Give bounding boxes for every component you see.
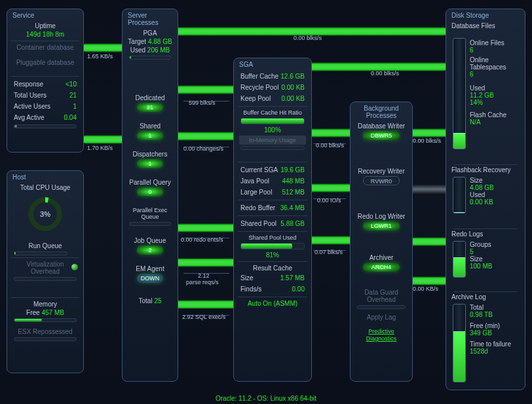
pga-label: PGA xyxy=(123,29,178,37)
response-value: <10 xyxy=(66,79,77,89)
pexec-label: Parallel Exec Queue xyxy=(123,206,178,221)
total-label: Total xyxy=(138,297,152,304)
shared-used-value: 81% xyxy=(234,251,311,259)
flow-label: 0.00 changes/s xyxy=(183,145,223,152)
dedicated-label: Dedicated xyxy=(123,94,178,102)
pexec-bar xyxy=(129,222,171,226)
archiver-label: Archiver xyxy=(351,253,412,262)
large-value: 512 MB xyxy=(282,187,305,197)
groups-value: 5 xyxy=(470,248,522,255)
keep-label: Keep Pool xyxy=(240,94,271,103)
em-value[interactable]: DOWN xyxy=(137,274,163,283)
archiver-value[interactable]: ARCH4 xyxy=(363,263,400,272)
rc-finds-value: 0.00 xyxy=(292,284,305,294)
dg-bar xyxy=(357,305,406,309)
jq-value[interactable]: 2 xyxy=(137,246,163,255)
rc-size-value: 1.57 MB xyxy=(280,273,305,283)
cpu-pct: 3% xyxy=(27,196,64,232)
large-label: Large Pool xyxy=(240,187,272,197)
used-value: 206 MB xyxy=(147,46,170,54)
redo-value[interactable]: LGWR1 xyxy=(363,221,400,230)
response-label: Response xyxy=(14,79,43,89)
flow-sga-bg-2 xyxy=(309,183,351,193)
pq-value[interactable]: 0 xyxy=(137,187,163,196)
fb-label: Flashback Recovery xyxy=(451,166,511,174)
flash-value: N/A xyxy=(470,119,522,126)
flow-label: 0.00 blks/s xyxy=(316,142,344,149)
target-label: Target xyxy=(128,38,146,45)
asmm-label: Auto On (ASMM) xyxy=(248,300,297,307)
active-users-value: 1 xyxy=(73,101,77,111)
cpu-donut[interactable]: 3% xyxy=(27,196,64,232)
flow-label: 1.65 KB/s xyxy=(87,53,113,60)
avg-active-bar xyxy=(14,124,77,128)
uptime-value: 149d 18h 8m xyxy=(26,31,64,38)
pga-bar xyxy=(129,56,171,60)
flow-bg-disk-3 xyxy=(410,237,448,246)
flow-label: parse reqs/s xyxy=(186,279,219,285)
memory-bar xyxy=(14,318,77,322)
hit-value: 100% xyxy=(234,126,311,134)
archive-tank[interactable] xyxy=(453,304,466,382)
fb-size-value: 4.08 GB xyxy=(470,184,522,191)
flow-server-sga-2 xyxy=(176,132,235,141)
flow-label: 0.00 IO/s xyxy=(317,197,341,204)
cpu-label: Total CPU Usage xyxy=(7,183,83,192)
uptime-label: Uptime xyxy=(35,22,56,29)
online-files-label: Online Files xyxy=(470,39,522,46)
flow-label: 0.07 blks/s xyxy=(314,249,343,255)
service-title: Service xyxy=(7,10,83,22)
current-sga-value: 19.6 GB xyxy=(280,165,305,175)
virt-bar xyxy=(14,277,77,281)
shared-label: Shared xyxy=(123,122,178,130)
online-ts-label: Online Tablespaces xyxy=(470,56,522,71)
total-value: 25 xyxy=(154,297,161,304)
disk-used-label: Used xyxy=(470,84,522,92)
sga-panel: SGA Buffer Cache12.6 GB Recycle Pool0.00… xyxy=(233,58,312,382)
apply-label: Apply Lag xyxy=(351,313,412,321)
total-users-label: Total Users xyxy=(14,90,47,100)
container-db-label: Container database xyxy=(7,43,83,52)
buffer-cache-label: Buffer Cache xyxy=(240,71,278,81)
flow-server-sga-5 xyxy=(176,300,235,309)
service-panel: Service Uptime 149d 18h 8m Container dat… xyxy=(7,9,84,153)
redo-buffer-value: 36.4 MB xyxy=(280,203,305,213)
inmem-label: In-Memory Usage xyxy=(239,136,306,145)
dispatchers-value[interactable]: 1 xyxy=(137,159,163,168)
shared-value[interactable]: 1 xyxy=(137,131,163,140)
fb-used-value: 0.00 KB xyxy=(470,198,522,206)
dbfiles-tank[interactable] xyxy=(453,38,466,149)
flow-label: 1.70 KB/s xyxy=(87,145,113,151)
rc-size-label: Size xyxy=(240,273,253,283)
dbwriter-label: Database Writer xyxy=(351,122,412,130)
flow-server-sga-1 xyxy=(176,85,235,94)
shared-pool-label: Shared Pool xyxy=(240,219,276,229)
fb-tank[interactable] xyxy=(453,177,466,213)
flow-bg-disk-4 xyxy=(410,276,448,285)
recovery-value[interactable]: RVWR0 xyxy=(363,176,400,185)
redo-logs-label: Redo Logs xyxy=(451,230,483,238)
archive-label: Archive Log xyxy=(451,293,486,301)
hit-ratio-label: Buffer Cache Hit Ratio xyxy=(234,109,311,117)
flow-label: 0.00 blks/s xyxy=(413,138,441,144)
groups-label: Groups xyxy=(470,241,522,248)
dg-label: Data Guard Overhead xyxy=(351,288,412,304)
status-dot xyxy=(71,264,78,270)
dbwriter-value[interactable]: DBWR5 xyxy=(363,131,400,140)
fb-size-label: Size xyxy=(470,177,522,184)
dedicated-value[interactable]: 21 xyxy=(137,103,163,112)
hit-bar xyxy=(240,118,305,124)
shared-used-label: Shared Pool Used xyxy=(234,234,311,242)
recycle-value: 0.00 KB xyxy=(281,83,305,92)
disk-title: Disk Storage xyxy=(446,10,525,22)
predictive-link[interactable]: Predictive Diagnostics xyxy=(366,328,397,342)
flow-bg-disk-1 xyxy=(410,128,448,138)
server-title: Server Processes xyxy=(123,10,178,29)
redo-label: Redo Log Writer xyxy=(351,212,412,221)
redo-buffer-label: Redo Buffer xyxy=(240,203,275,213)
current-sga-label: Current SGA xyxy=(240,165,278,175)
redo-tank[interactable] xyxy=(453,241,466,278)
flow-label: 0.00 blks/s xyxy=(371,70,399,77)
flow-sga-bg-1 xyxy=(309,128,351,138)
online-ts-value: 6 xyxy=(470,71,522,78)
